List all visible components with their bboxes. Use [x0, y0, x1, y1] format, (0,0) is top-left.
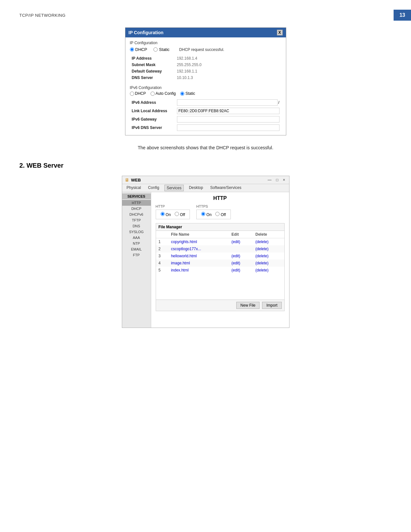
col-filename: File Name: [168, 231, 229, 238]
https-protocol-box: On Off: [196, 210, 231, 219]
file-manager-box: File Manager File Name Edit Delete 1: [156, 223, 285, 311]
ip-fields-table: IP Address192.168.1.4Subnet Mask255.255.…: [130, 55, 281, 81]
file-edit[interactable]: (edit): [229, 267, 253, 274]
ipv6-section-label: IPv6 Configuration: [130, 85, 281, 90]
ipv6-field-row: Link Local Address: [130, 107, 281, 115]
sidebar-item-dns[interactable]: DNS: [122, 223, 151, 229]
dhcp-radio-label[interactable]: DHCP: [130, 47, 147, 52]
sidebar-item-ntp[interactable]: NTP: [122, 241, 151, 246]
ipv6-field-input[interactable]: [177, 124, 279, 131]
ipv6-static-text: Static: [185, 91, 195, 96]
ipv6-slash: /: [278, 100, 279, 105]
file-edit[interactable]: (edit): [229, 238, 253, 246]
file-delete[interactable]: (delete): [253, 252, 284, 260]
file-delete[interactable]: (delete): [253, 238, 284, 246]
page-number: 13: [394, 10, 411, 21]
web-titlebar: 🖥 WEB — □ ×: [122, 176, 289, 184]
tab-services[interactable]: Services: [164, 185, 184, 191]
close-button[interactable]: ×: [281, 178, 286, 182]
sidebar-item-ftp[interactable]: FTP: [122, 252, 151, 258]
ipv6-field-label: IPv6 DNS Server: [130, 123, 175, 132]
new-file-button[interactable]: New File: [236, 302, 260, 309]
ipv6-dhcp-radio[interactable]: [130, 92, 134, 96]
https-off-radio[interactable]: [215, 212, 220, 216]
sidebar-item-aaa[interactable]: AAA: [122, 235, 151, 241]
tab-software-services[interactable]: Software/Services: [208, 185, 243, 191]
tab-physical[interactable]: Physical: [125, 185, 143, 191]
file-delete[interactable]: (delete): [253, 267, 284, 274]
https-off-label[interactable]: Off: [215, 212, 226, 217]
file-num: 1: [156, 238, 169, 246]
http-off-radio[interactable]: [175, 212, 179, 216]
file-name[interactable]: cscoptlogo177x...: [168, 245, 229, 252]
sidebar-item-syslog[interactable]: SYSLOG: [122, 229, 151, 235]
static-radio[interactable]: [153, 47, 158, 52]
web-titlebar-left: 🖥 WEB: [125, 177, 141, 182]
ip-field-row: Default Gateway192.168.1.1: [130, 68, 281, 74]
file-num: 5: [156, 267, 169, 274]
sidebar-item-tftp[interactable]: TFTP: [122, 217, 151, 223]
ipv6-static-label[interactable]: Static: [180, 91, 195, 96]
file-edit[interactable]: (edit): [229, 260, 253, 267]
ip-field-row: IP Address192.168.1.4: [130, 55, 281, 62]
http-on-text: On: [166, 212, 171, 217]
dhcp-radio[interactable]: [130, 47, 134, 52]
ipv6-auto-label[interactable]: Auto Config: [151, 91, 176, 96]
https-on-label[interactable]: On: [201, 212, 211, 217]
ipv6-dhcp-label[interactable]: DHCP: [130, 91, 146, 96]
minimize-button[interactable]: —: [266, 178, 273, 182]
ip-dialog-title: IP Configuration: [129, 30, 164, 35]
table-row: 5 index.html (edit) (delete): [156, 267, 284, 274]
file-name[interactable]: index.html: [168, 267, 229, 274]
http-off-label[interactable]: Off: [175, 212, 185, 217]
ipv6-address-input[interactable]: [177, 99, 278, 106]
ipv6-auto-radio[interactable]: [151, 92, 155, 96]
ip-config-section-label: IP Configuration: [130, 41, 281, 45]
ipv6-field-row: IPv6 Gateway: [130, 115, 281, 123]
sidebar-items: HTTPDHCPDHCPv6TFTPDNSSYSLOGAAANTPEMAILFT…: [122, 200, 151, 258]
file-table: File Name Edit Delete 1 copyrights.html …: [156, 231, 284, 274]
https-on-radio[interactable]: [201, 212, 205, 216]
tab-desktop[interactable]: Desktop: [187, 185, 205, 191]
ip-dialog-close-button[interactable]: X: [277, 30, 283, 35]
ipv6-field-input[interactable]: [177, 116, 279, 123]
ipv6-field-input[interactable]: [177, 108, 279, 114]
ip-field-value: 255.255.255.0: [175, 62, 281, 68]
file-name[interactable]: copyrights.html: [168, 238, 229, 246]
sidebar-item-email[interactable]: EMAIL: [122, 246, 151, 252]
file-edit[interactable]: (edit): [229, 252, 253, 260]
web-section-heading: 2. WEB Server: [19, 162, 392, 169]
file-delete[interactable]: (delete): [253, 245, 284, 252]
http-on-label[interactable]: On: [161, 212, 171, 217]
page-header: TCP/IP NETWORKING: [19, 13, 392, 18]
file-num: 3: [156, 252, 169, 260]
file-table-body: 1 copyrights.html (edit) (delete) 2 csco…: [156, 238, 284, 274]
tab-config[interactable]: Config: [146, 185, 161, 191]
https-box-label: HTTPS: [196, 204, 231, 208]
import-button[interactable]: Import: [262, 302, 281, 309]
table-row: 2 cscoptlogo177x... (delete): [156, 245, 284, 252]
file-delete[interactable]: (delete): [253, 260, 284, 267]
ip-field-value: 10.10.1.3: [175, 74, 281, 81]
sidebar-item-dhcpv6[interactable]: DHCPv6: [122, 212, 151, 217]
sidebar-item-dhcp[interactable]: DHCP: [122, 206, 151, 212]
sidebar-item-http[interactable]: HTTP: [122, 200, 151, 206]
http-on-radio[interactable]: [161, 212, 165, 216]
ipv6-field-label: IPv6 Address: [130, 98, 175, 107]
static-radio-label[interactable]: Static: [153, 47, 170, 52]
file-name[interactable]: image.html: [168, 260, 229, 267]
static-label: Static: [159, 47, 170, 52]
ipv6-static-radio[interactable]: [180, 92, 184, 96]
dhcp-label: DHCP: [135, 47, 147, 52]
file-name[interactable]: helloworld.html: [168, 252, 229, 260]
ip-field-value: 192.168.1.1: [175, 68, 281, 74]
http-group: HTTP On Off: [156, 204, 190, 219]
ip-field-label: IP Address: [130, 55, 175, 62]
file-manager-title: File Manager: [156, 223, 284, 231]
ip-field-label: Subnet Mask: [130, 62, 175, 68]
ip-field-row: DNS Server10.10.1.3: [130, 74, 281, 81]
web-content: SERVICES HTTPDHCPDHCPv6TFTPDNSSYSLOGAAAN…: [122, 192, 289, 328]
file-table-head: File Name Edit Delete: [156, 231, 284, 238]
maximize-button[interactable]: □: [275, 178, 279, 182]
services-sidebar-header: SERVICES: [122, 193, 151, 199]
